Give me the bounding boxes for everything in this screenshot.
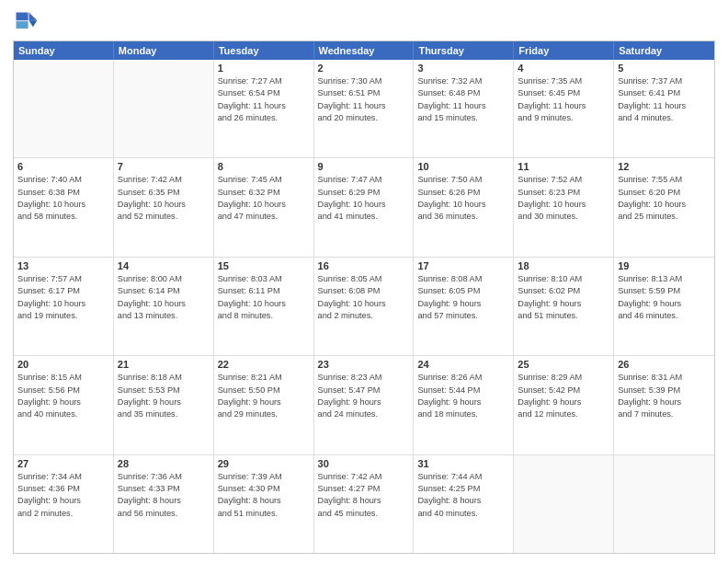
cell-line: Sunset: 4:27 PM <box>318 483 410 495</box>
cell-line: and 40 minutes. <box>417 508 509 520</box>
calendar-cell: 17Sunrise: 8:08 AMSunset: 6:05 PMDayligh… <box>414 258 514 355</box>
cell-line: Sunrise: 7:27 AM <box>218 75 310 87</box>
cell-line: and 51 minutes. <box>518 310 609 322</box>
cell-line: Daylight: 11 hours <box>417 100 509 112</box>
day-number: 11 <box>518 161 609 172</box>
cell-line: Daylight: 8 hours <box>417 495 509 507</box>
cell-line: Daylight: 9 hours <box>518 298 609 310</box>
day-number: 4 <box>518 63 609 74</box>
cell-line: Daylight: 9 hours <box>17 396 109 408</box>
calendar-cell: 5Sunrise: 7:37 AMSunset: 6:41 PMDaylight… <box>614 60 714 157</box>
cell-line: Sunrise: 8:00 AM <box>118 273 210 285</box>
cell-line: Sunset: 6:05 PM <box>417 285 509 297</box>
cell-line: Sunrise: 7:40 AM <box>17 174 109 186</box>
cell-line: and 51 minutes. <box>218 508 310 520</box>
day-number: 16 <box>318 260 410 271</box>
day-number: 15 <box>218 260 310 271</box>
cell-line: Sunrise: 7:37 AM <box>618 75 711 87</box>
cell-line: Daylight: 11 hours <box>618 100 711 112</box>
cell-line: Sunset: 5:59 PM <box>618 285 711 297</box>
cell-line: Daylight: 10 hours <box>118 298 210 310</box>
day-number: 23 <box>318 359 410 370</box>
calendar-cell <box>514 455 614 553</box>
calendar-cell: 8Sunrise: 7:45 AMSunset: 6:32 PMDaylight… <box>214 158 314 256</box>
cell-line: and 29 minutes. <box>218 408 310 420</box>
cell-line: Daylight: 9 hours <box>218 396 310 408</box>
cell-line: Sunrise: 7:35 AM <box>518 75 609 87</box>
cell-line: Sunset: 4:30 PM <box>218 483 310 495</box>
day-number: 10 <box>417 161 509 172</box>
cell-line: and 13 minutes. <box>118 310 210 322</box>
cell-line: Sunset: 6:17 PM <box>17 285 109 297</box>
cell-line: Sunrise: 7:34 AM <box>17 471 109 483</box>
calendar-header-cell: Wednesday <box>314 41 415 60</box>
cell-line: Sunset: 6:11 PM <box>218 285 310 297</box>
calendar-week: 27Sunrise: 7:34 AMSunset: 4:36 PMDayligh… <box>14 455 714 553</box>
calendar-cell: 15Sunrise: 8:03 AMSunset: 6:11 PMDayligh… <box>214 258 314 355</box>
cell-line: Sunrise: 7:30 AM <box>318 75 410 87</box>
cell-line: and 20 minutes. <box>318 112 410 124</box>
cell-line: Daylight: 8 hours <box>118 495 210 507</box>
cell-line: Sunset: 6:38 PM <box>17 187 109 199</box>
day-number: 20 <box>17 359 109 370</box>
cell-line: Sunrise: 7:42 AM <box>118 174 210 186</box>
cell-line: Daylight: 11 hours <box>218 100 310 112</box>
cell-line: Sunrise: 8:10 AM <box>518 273 609 285</box>
cell-line: Sunset: 6:45 PM <box>518 87 609 99</box>
cell-line: Daylight: 11 hours <box>518 100 609 112</box>
calendar-week: 1Sunrise: 7:27 AMSunset: 6:54 PMDaylight… <box>14 60 714 158</box>
cell-line: Sunrise: 7:36 AM <box>118 471 210 483</box>
day-number: 9 <box>318 161 410 172</box>
cell-line: Sunset: 6:26 PM <box>417 187 509 199</box>
calendar-cell: 27Sunrise: 7:34 AMSunset: 4:36 PMDayligh… <box>14 455 114 553</box>
day-number: 1 <box>218 63 310 74</box>
day-number: 30 <box>318 458 410 469</box>
cell-line: Sunrise: 8:08 AM <box>417 273 509 285</box>
cell-line: Sunrise: 8:03 AM <box>218 273 310 285</box>
calendar-cell: 26Sunrise: 8:31 AMSunset: 5:39 PMDayligh… <box>614 356 714 454</box>
cell-line: Sunset: 6:48 PM <box>417 87 509 99</box>
calendar-cell: 16Sunrise: 8:05 AMSunset: 6:08 PMDayligh… <box>314 258 415 355</box>
calendar-cell: 7Sunrise: 7:42 AMSunset: 6:35 PMDaylight… <box>114 158 214 256</box>
calendar-cell: 30Sunrise: 7:42 AMSunset: 4:27 PMDayligh… <box>314 455 415 553</box>
cell-line: Sunset: 6:23 PM <box>518 187 609 199</box>
cell-line: Daylight: 9 hours <box>518 396 609 408</box>
calendar-cell: 20Sunrise: 8:15 AMSunset: 5:56 PMDayligh… <box>14 356 114 454</box>
cell-line: Sunrise: 8:31 AM <box>618 372 711 384</box>
cell-line: Sunrise: 8:26 AM <box>417 372 509 384</box>
svg-marker-0 <box>29 13 38 21</box>
calendar-week: 13Sunrise: 7:57 AMSunset: 6:17 PMDayligh… <box>14 258 714 356</box>
calendar-cell: 22Sunrise: 8:21 AMSunset: 5:50 PMDayligh… <box>214 356 314 454</box>
cell-line: and 19 minutes. <box>17 310 109 322</box>
cell-line: Sunset: 5:39 PM <box>618 385 711 396</box>
day-number: 29 <box>218 458 310 469</box>
day-number: 27 <box>17 458 109 469</box>
cell-line: Daylight: 9 hours <box>618 396 711 408</box>
calendar-cell: 11Sunrise: 7:52 AMSunset: 6:23 PMDayligh… <box>514 158 614 256</box>
cell-line: Sunset: 4:25 PM <box>417 483 509 495</box>
calendar-cell: 25Sunrise: 8:29 AMSunset: 5:42 PMDayligh… <box>514 356 614 454</box>
calendar-week: 20Sunrise: 8:15 AMSunset: 5:56 PMDayligh… <box>14 356 714 454</box>
calendar-body: 1Sunrise: 7:27 AMSunset: 6:54 PMDaylight… <box>14 60 714 553</box>
cell-line: Sunrise: 7:50 AM <box>417 174 509 186</box>
cell-line: Daylight: 10 hours <box>118 199 210 211</box>
calendar-cell <box>14 60 114 157</box>
cell-line: Sunset: 6:20 PM <box>618 187 711 199</box>
cell-line: and 40 minutes. <box>17 408 109 420</box>
cell-line: and 7 minutes. <box>618 408 711 420</box>
cell-line: Sunrise: 7:32 AM <box>417 75 509 87</box>
cell-line: Sunrise: 8:18 AM <box>118 372 210 384</box>
cell-line: Sunrise: 7:39 AM <box>218 471 310 483</box>
calendar-cell: 23Sunrise: 8:23 AMSunset: 5:47 PMDayligh… <box>314 356 415 454</box>
cell-line: Sunset: 5:53 PM <box>118 385 210 396</box>
cell-line: Daylight: 10 hours <box>17 199 109 211</box>
cell-line: and 56 minutes. <box>118 508 210 520</box>
day-number: 25 <box>518 359 609 370</box>
day-number: 22 <box>218 359 310 370</box>
cell-line: and 36 minutes. <box>417 211 509 223</box>
cell-line: Daylight: 10 hours <box>318 298 410 310</box>
calendar-header-cell: Tuesday <box>214 41 314 60</box>
cell-line: Daylight: 10 hours <box>518 199 609 211</box>
cell-line: Sunset: 5:50 PM <box>218 385 310 396</box>
day-number: 21 <box>118 359 210 370</box>
